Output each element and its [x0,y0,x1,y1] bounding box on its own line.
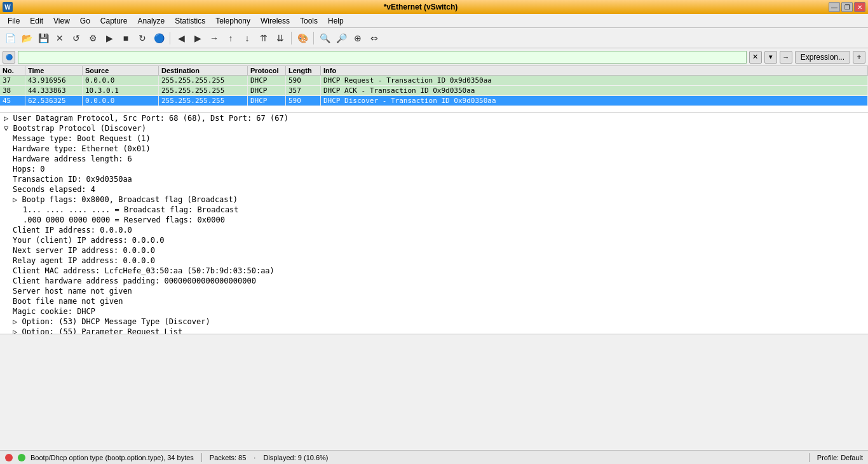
toolbar-btn-4[interactable]: ↺ [69,31,84,46]
detail-line[interactable]: ▷ User Datagram Protocol, Src Port: 68 (… [0,113,868,123]
menu-item-view[interactable]: View [48,15,75,27]
packet-header-time[interactable]: Time [25,66,83,75]
packet-header-destination[interactable]: Destination [159,66,248,75]
filter-add-button[interactable]: + [853,51,865,64]
toolbar-btn-12[interactable]: ▶ [190,31,205,46]
toolbar-btn-3[interactable]: ✕ [52,31,67,46]
packet-cell-6: DHCP Discover - Transaction ID 0x9d0350a… [321,96,868,106]
toolbar-btn-6[interactable]: ▶ [102,31,117,46]
toolbar-btn-24[interactable]: ⇔ [367,31,382,46]
toolbar-btn-15[interactable]: ↓ [240,31,255,46]
toolbar-btn-0[interactable]: 📄 [3,31,18,46]
packet-cell-1: 62.536325 [25,96,83,106]
detail-line: Client IP address: 0.0.0.0 [0,225,868,235]
window-title: *vEthernet (vSwitch) [13,3,829,11]
status-displayed: Displayed: 9 (10.6%) [263,454,328,461]
minimize-button[interactable]: — [829,2,840,12]
filter-status-indicator [18,454,25,461]
filter-clear-x-button[interactable]: ✕ [749,51,762,64]
packet-header-protocol[interactable]: Protocol [248,66,286,75]
packet-detail[interactable]: ▷ User Datagram Protocol, Src Port: 68 (… [0,113,868,334]
menu-item-go[interactable]: Go [75,15,95,27]
toolbar-btn-21[interactable]: 🔍 [317,31,332,46]
menu-item-telephony[interactable]: Telephony [210,15,255,27]
menu-item-file[interactable]: File [3,15,25,27]
packet-cell-5: 590 [286,96,321,106]
toolbar-btn-14[interactable]: ↑ [223,31,238,46]
packet-cell-4: DHCP [248,76,286,85]
toolbar-btn-9[interactable]: 🔵 [151,31,166,46]
packet-cell-1: 44.333863 [25,86,83,95]
packet-header-no[interactable]: No. [0,66,25,75]
packet-cell-1: 43.916956 [25,76,83,85]
detail-line: Seconds elapsed: 4 [0,184,868,194]
menubar: FileEditViewGoCaptureAnalyzeStatisticsTe… [0,14,868,28]
detail-line: .000 0000 0000 0000 = Reserved flags: 0x… [0,215,868,225]
detail-line: Message type: Boot Request (1) [0,133,868,144]
toolbar-btn-17[interactable]: ⇊ [273,31,288,46]
detail-line: Hardware type: Ethernet (0x01) [0,144,868,154]
detail-line: 1... .... .... .... = Broadcast flag: Br… [0,205,868,215]
packet-cell-4: DHCP [248,86,286,95]
toolbar-btn-19[interactable]: 🎨 [295,31,310,46]
menu-item-statistics[interactable]: Statistics [170,15,210,27]
packet-cell-0: 37 [0,76,25,85]
packet-cell-2: 0.0.0.0 [83,76,159,85]
status-separator-2 [809,453,810,462]
toolbar-btn-5[interactable]: ⚙ [85,31,100,46]
menu-item-help[interactable]: Help [323,15,349,27]
menu-item-tools[interactable]: Tools [295,15,323,27]
packet-row[interactable]: 3743.9169560.0.0.0255.255.255.255DHCP590… [0,76,868,86]
packet-row[interactable]: 4562.5363250.0.0.0255.255.255.255DHCP590… [0,96,868,106]
toolbar-btn-1[interactable]: 📂 [19,31,34,46]
packet-row[interactable]: 3844.33386310.3.0.1255.255.255.255DHCP35… [0,86,868,96]
menu-item-analyze[interactable]: Analyze [133,15,170,27]
detail-line: Hops: 0 [0,164,868,174]
toolbar-btn-2[interactable]: 💾 [36,31,51,46]
app-icon: W [3,2,13,12]
detail-line: Next server IP address: 0.0.0.0 [0,245,868,256]
packet-header-source[interactable]: Source [83,66,159,75]
filter-apply-button[interactable]: → [780,51,792,64]
toolbar-btn-22[interactable]: 🔎 [334,31,349,46]
expression-button[interactable]: Expression... [795,51,850,64]
toolbar-separator-20 [313,32,314,44]
detail-line[interactable]: ▷ Option: (53) DHCP Message Type (Discov… [0,317,868,327]
window-controls: — ❐ ✕ [829,2,865,12]
filter-clear-button[interactable]: 🔵 [3,51,15,64]
status-packets: Packets: 85 [210,454,246,461]
detail-line[interactable]: ▽ Bootstrap Protocol (Discover) [0,123,868,133]
packet-header-info[interactable]: Info [321,66,868,75]
toolbar-btn-16[interactable]: ⇈ [256,31,271,46]
toolbar-btn-23[interactable]: ⊕ [350,31,365,46]
menu-item-wireless[interactable]: Wireless [255,15,295,27]
menu-item-capture[interactable]: Capture [95,15,133,27]
detail-line: Server host name not given [0,286,868,296]
statusbar: Bootp/Dhcp option type (bootp.option.typ… [0,450,868,464]
restore-button[interactable]: ❐ [841,2,853,12]
close-button[interactable]: ✕ [854,2,865,12]
detail-line[interactable]: ▷ Bootp flags: 0x8000, Broadcast flag (B… [0,194,868,205]
packet-cell-4: DHCP [248,96,286,106]
packet-header-length[interactable]: Length [286,66,321,75]
filter-save-button[interactable]: ▾ [764,51,777,64]
toolbar-btn-11[interactable]: ◀ [173,31,189,46]
packet-list[interactable]: No.TimeSourceDestinationProtocolLengthIn… [0,66,868,113]
toolbar-btn-7[interactable]: ■ [118,31,133,46]
packet-cell-6: DHCP ACK - Transaction ID 0x9d0350aa [321,86,868,95]
status-left-text: Bootp/Dhcp option type (bootp.option.typ… [31,454,194,461]
toolbar-btn-8[interactable]: ↻ [135,31,150,46]
toolbar-btn-13[interactable]: → [207,31,222,46]
packet-cell-3: 255.255.255.255 [159,96,248,106]
detail-line: Magic cookie: DHCP [0,306,868,317]
detail-line: Relay agent IP address: 0.0.0.0 [0,256,868,266]
menu-item-edit[interactable]: Edit [25,15,48,27]
packet-list-header: No.TimeSourceDestinationProtocolLengthIn… [0,66,868,76]
detail-line[interactable]: ▷ Option: (55) Parameter Request List [0,327,868,334]
detail-line: Transaction ID: 0x9d0350aa [0,174,868,184]
packet-cell-2: 10.3.0.1 [83,86,159,95]
detail-line: Your (client) IP address: 0.0.0.0 [0,235,868,245]
toolbar: 📄📂💾✕↺⚙▶■↻🔵◀▶→↑↓⇈⇊🎨🔍🔎⊕⇔ [0,28,868,48]
status-separator-dot: · [254,454,255,461]
filter-input[interactable]: bootp [18,51,747,64]
